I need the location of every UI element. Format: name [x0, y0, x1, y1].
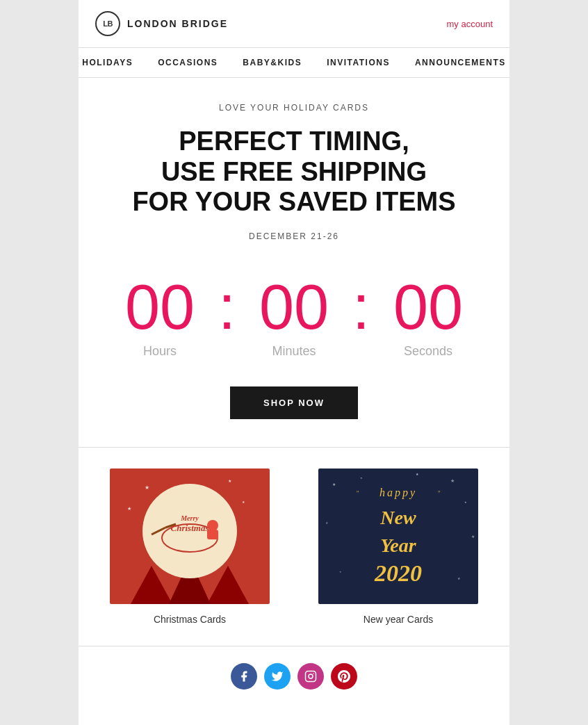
christmas-card-image: ★ ★ ★ ★ Merry Christmas: [110, 469, 270, 604]
nav-announcements[interactable]: ANNOUNCEMENTS: [415, 58, 506, 67]
svg-text:★: ★: [450, 478, 455, 483]
hero-subtitle: LOVE YOUR HOLIDAY CARDS: [106, 103, 482, 113]
hero-section: LOVE YOUR HOLIDAY CARDS PERFECT TIMING, …: [79, 78, 509, 276]
logo-text: LONDON BRIDGE: [127, 18, 228, 29]
logo-icon: LB: [95, 11, 120, 36]
svg-text:Christmas: Christmas: [171, 523, 209, 533]
shop-now-button[interactable]: SHOP NOW: [230, 386, 358, 419]
svg-text:New: New: [379, 507, 416, 528]
header: LB LONDON BRIDGE my account: [79, 0, 509, 47]
countdown-timer: 00 Hours : 00 Minutes : 00 Seconds: [79, 276, 509, 359]
twitter-icon[interactable]: [264, 663, 291, 690]
nav-occasions[interactable]: OCCASIONS: [158, 58, 218, 67]
christmas-card-label: Christmas Cards: [154, 614, 226, 625]
svg-text:Merry: Merry: [180, 514, 199, 522]
my-account-link[interactable]: my account: [447, 19, 493, 29]
nav-invitations[interactable]: INVITATIONS: [327, 58, 390, 67]
countdown-seconds-label: Seconds: [404, 344, 452, 359]
hero-date: DECEMBER 21-26: [106, 231, 482, 241]
countdown-hours-value: 00: [125, 276, 195, 339]
countdown-seconds-value: 00: [393, 276, 463, 339]
countdown-minutes-unit: 00 Minutes: [238, 276, 350, 359]
hero-title: PERFECT TIMING, USE FREE SHIPPING FOR YO…: [106, 127, 482, 218]
svg-text:2020: 2020: [374, 560, 422, 586]
svg-rect-32: [306, 671, 316, 682]
instagram-icon[interactable]: [297, 663, 324, 690]
svg-point-34: [313, 673, 314, 674]
newyear-card-item[interactable]: ★ ★ ★ ★ ★ ★ ★ ★ ★ happy New Year 2020: [301, 469, 496, 625]
svg-point-33: [309, 674, 313, 678]
facebook-icon[interactable]: [231, 663, 257, 690]
countdown-hours-unit: 00 Hours: [104, 276, 215, 359]
svg-text:★: ★: [464, 500, 467, 504]
nav-bar: HOLIDAYS OCCASIONS BABY&KIDS INVITATIONS…: [79, 47, 509, 78]
svg-text:": ": [357, 490, 359, 498]
countdown-seconds-unit: 00 Seconds: [373, 276, 484, 359]
countdown-minutes-label: Minutes: [272, 344, 316, 359]
svg-text:": ": [438, 490, 441, 498]
svg-text:Year: Year: [380, 535, 416, 556]
countdown-hours-label: Hours: [143, 344, 177, 359]
shop-btn-wrapper: SHOP NOW: [79, 366, 509, 447]
nav-holidays[interactable]: HOLIDAYS: [82, 58, 133, 67]
logo-area: LB LONDON BRIDGE: [95, 11, 228, 36]
svg-text:★: ★: [471, 535, 475, 539]
newyear-card-image: ★ ★ ★ ★ ★ ★ ★ ★ ★ happy New Year 2020: [318, 469, 478, 604]
countdown-sep-2: :: [350, 276, 373, 339]
christmas-card-item[interactable]: ★ ★ ★ ★ Merry Christmas Christmas Cards: [92, 469, 287, 625]
svg-text:★: ★: [332, 482, 336, 487]
social-bar: [79, 646, 509, 710]
svg-text:happy: happy: [379, 487, 417, 499]
countdown-minutes-value: 00: [259, 276, 329, 339]
countdown-sep-1: :: [215, 276, 238, 339]
cards-section: ★ ★ ★ ★ Merry Christmas Christmas Cards …: [79, 448, 509, 639]
svg-text:★: ★: [145, 484, 149, 491]
svg-text:★: ★: [339, 570, 342, 573]
svg-text:★: ★: [127, 506, 131, 511]
pinterest-icon[interactable]: [331, 663, 357, 690]
svg-text:★: ★: [360, 476, 363, 480]
nav-babykids[interactable]: BABY&KIDS: [243, 58, 302, 67]
newyear-card-label: New year Cards: [364, 614, 433, 625]
email-container: LB LONDON BRIDGE my account HOLIDAYS OCC…: [79, 0, 509, 725]
svg-text:★: ★: [228, 479, 231, 483]
